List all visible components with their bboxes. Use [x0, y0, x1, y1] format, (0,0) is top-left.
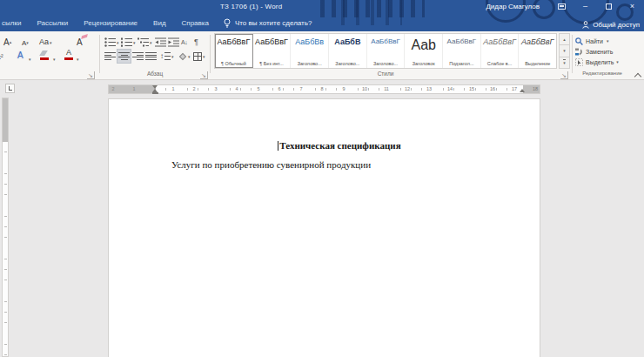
close-button[interactable]: × [621, 0, 644, 13]
right-indent-marker[interactable] [520, 89, 525, 92]
style-heading3[interactable]: АаБбВвГ Заголово... [367, 34, 406, 68]
gallery-more-button[interactable]: ▾ [559, 57, 570, 69]
minimize-button[interactable]: – [574, 0, 597, 13]
dropdown-caret-icon: ▾ [150, 40, 152, 45]
text-effects-caret[interactable]: ▾ [28, 52, 31, 65]
styles-gallery: АаБбВвГ ¶ Обычный АаБбВвГ ¶ Без инт... А… [214, 33, 557, 69]
style-no-spacing[interactable]: АаБбВвГ ¶ Без инт... [253, 34, 292, 68]
multilevel-list-button[interactable]: ▾ [138, 36, 152, 49]
align-center-button[interactable] [117, 50, 131, 63]
change-case-icon: Aa [39, 38, 49, 46]
tell-me-box[interactable]: Что вы хотите сделать? [224, 18, 312, 28]
gallery-scroll-down-button[interactable]: ▾ [559, 45, 570, 57]
style-heading1[interactable]: АаБбВв Заголово... [291, 34, 329, 68]
left-indent-marker[interactable] [152, 92, 158, 94]
font-color-icon: А [66, 49, 71, 57]
font-color-caret[interactable]: ▾ [76, 52, 79, 65]
tab-view[interactable]: Вид [145, 19, 173, 27]
gallery-scroll-up-button[interactable]: ▴ [559, 33, 570, 45]
style-emphasis[interactable]: АаБбВвГ Выделение [519, 34, 556, 68]
document-workspace: 2 1 1 2 3 4 5 6 7 8 9 10 11 12 13 14 15 … [0, 80, 644, 357]
ruler-text-area: 1 2 3 4 5 6 7 8 9 10 11 12 13 14 15 16 1… [156, 85, 523, 93]
dropdown-caret-icon: ▾ [203, 54, 205, 59]
change-case-button[interactable]: Aa▾ [39, 36, 52, 49]
style-title[interactable]: Aab Заголовок [405, 34, 443, 68]
collapse-ribbon-button[interactable] [634, 73, 641, 80]
ribbon: А▴ А▾ Aa▾ А x² А ▾ ▾ А ▾ ↘ [0, 31, 644, 80]
line-spacing-arrows-icon: ↕ [160, 52, 164, 60]
share-label: Общий доступ [593, 21, 640, 29]
clear-formatting-icon: А [77, 38, 83, 47]
show-formatting-marks-button[interactable]: ¶ [194, 35, 198, 48]
ruler-number: 6 [275, 85, 284, 93]
borders-button[interactable]: ▾ [193, 50, 205, 63]
style-subtitle[interactable]: АаБбВвГ Подзагол... [443, 34, 481, 68]
tab-review[interactable]: Рецензирование [76, 19, 145, 27]
document-heading[interactable]: Техническая спецификация [156, 140, 523, 151]
grow-font-button[interactable]: А▴ [3, 36, 11, 49]
paragraph-dialog-launcher[interactable]: ↘ [200, 71, 208, 79]
clear-formatting-button[interactable]: А [77, 36, 83, 49]
tab-stop-selector[interactable] [5, 84, 15, 93]
caret-up-icon: ▴ [563, 37, 566, 42]
maximize-button[interactable] [597, 0, 621, 13]
dropdown-caret-icon: ▾ [53, 57, 56, 62]
select-label: Выделить [586, 59, 614, 65]
justify-button[interactable] [145, 50, 157, 63]
shrink-font-button[interactable]: А▾ [22, 37, 29, 50]
multilevel-list-icon [138, 37, 149, 47]
launcher-arrow-icon: ↘ [561, 72, 567, 78]
ruler-number: 4 [232, 85, 241, 93]
align-right-button[interactable] [132, 50, 144, 63]
ruler-margin-number: 2 [109, 85, 117, 93]
find-icon [575, 37, 583, 45]
font-color-button[interactable]: А [64, 48, 73, 61]
vertical-ruler [2, 98, 9, 357]
share-button[interactable]: Общий доступ [582, 21, 640, 29]
shading-button[interactable]: ▾ [178, 50, 191, 63]
style-subtle-emphasis[interactable]: АаБбВвГ Слабое в... [481, 34, 520, 68]
account-user-name[interactable]: Дидар Смагулов [486, 3, 540, 10]
dropdown-caret-icon: ▾ [616, 59, 619, 64]
ruler-number: 7 [297, 85, 305, 93]
dropdown-caret-icon: ▾ [133, 40, 136, 45]
tab-mailings[interactable]: Рассылки [29, 19, 76, 27]
ribbon-tab-strip: сылки Рассылки Рецензирование Вид Справк… [0, 15, 312, 31]
close-icon: × [630, 3, 634, 10]
sort-az-icon: А↓ [181, 39, 187, 45]
line-spacing-button[interactable]: ↕ ▾ [160, 50, 174, 63]
launcher-arrow-icon: ↘ [201, 72, 206, 78]
find-button[interactable]: Найти ▾ [575, 36, 609, 46]
replace-button[interactable]: Заменить [575, 46, 613, 57]
text-effects-button[interactable]: А [17, 49, 23, 62]
align-left-button[interactable] [104, 50, 116, 63]
tab-help[interactable]: Справка [174, 19, 217, 27]
numbering-button[interactable]: ▾ [121, 36, 136, 49]
highlight-caret[interactable]: ▾ [52, 52, 56, 65]
decrease-indent-button[interactable] [155, 36, 166, 49]
subscript-button-partial[interactable]: x² [0, 51, 4, 64]
ruler-number: 11 [382, 85, 391, 93]
font-dialog-launcher[interactable]: ↘ [87, 71, 95, 79]
align-right-icon [132, 51, 144, 61]
styles-dialog-launcher[interactable]: ↘ [560, 71, 568, 79]
select-button[interactable]: Выделить ▾ [575, 57, 619, 67]
bullets-button[interactable]: ▾ [104, 36, 119, 49]
document-paragraph[interactable]: Услуги по приобретению сувенирной продук… [171, 159, 371, 170]
dropdown-caret-icon: ▾ [607, 38, 609, 44]
style-heading2[interactable]: АаБбВ Заголово... [329, 34, 367, 68]
style-normal[interactable]: АаБбВвГ ¶ Обычный [215, 34, 253, 68]
document-page[interactable]: Техническая спецификация Услуги по приоб… [108, 98, 540, 357]
dropdown-caret-icon: ▾ [117, 40, 119, 45]
person-icon [582, 21, 589, 29]
lightbulb-icon [224, 18, 231, 28]
increase-indent-button[interactable] [168, 36, 179, 49]
minimize-icon: – [583, 3, 587, 10]
align-left-icon [104, 51, 116, 61]
sort-button[interactable]: А↓ [181, 36, 187, 49]
text-highlight-color-button[interactable] [40, 49, 49, 62]
ribbon-display-options-button[interactable] [550, 0, 574, 13]
superscript-icon: x² [0, 53, 4, 61]
highlight-color-bar [40, 57, 49, 60]
tab-references-partial[interactable]: сылки [0, 19, 29, 27]
